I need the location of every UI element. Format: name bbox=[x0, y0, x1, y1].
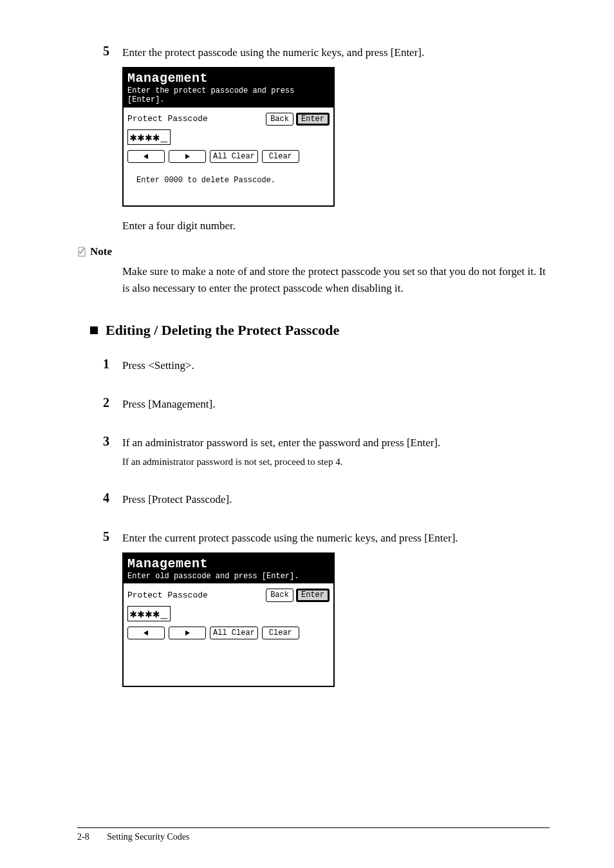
section-heading-row: Editing / Deleting the Protect Passcode bbox=[90, 322, 550, 339]
svg-marker-1 bbox=[185, 154, 190, 159]
screen-body: Protect Passcode Back Enter ✱✱✱✱_ All Cl… bbox=[124, 108, 333, 206]
step-number: 1 bbox=[103, 357, 122, 372]
all-clear-button[interactable]: All Clear bbox=[210, 627, 258, 639]
note-label: Note bbox=[90, 245, 112, 258]
note-heading-row: Note bbox=[77, 245, 550, 258]
all-clear-button[interactable]: All Clear bbox=[210, 150, 258, 163]
enter-button[interactable]: Enter bbox=[296, 113, 330, 126]
passcode-label: Protect Passcode bbox=[127, 114, 208, 124]
device-screen-1: Management Enter the protect passcode an… bbox=[122, 67, 335, 207]
screen-header: Management Enter the protect passcode an… bbox=[124, 68, 333, 108]
passcode-input[interactable]: ✱✱✱✱_ bbox=[127, 129, 171, 145]
screen-subtitle: Enter old passcode and press [Enter]. bbox=[127, 572, 330, 581]
step-number: 2 bbox=[103, 395, 122, 410]
right-arrow-button[interactable] bbox=[169, 150, 206, 163]
square-bullet-icon bbox=[90, 326, 98, 334]
note-icon bbox=[77, 247, 86, 257]
step-text: If an administrator password is set, ent… bbox=[122, 435, 550, 469]
footer-title: Setting Security Codes bbox=[107, 832, 189, 842]
note-text: Make sure to make a note of and store th… bbox=[122, 263, 550, 296]
svg-marker-3 bbox=[185, 630, 190, 636]
step-text: Press [Management]. bbox=[122, 397, 550, 412]
passcode-label: Protect Passcode bbox=[127, 590, 208, 600]
step-3: 3 If an administrator password is set, e… bbox=[103, 435, 550, 469]
after-screen-note: Enter a four digit number. bbox=[122, 220, 550, 232]
screen-hint: Enter 0000 to delete Passcode. bbox=[136, 176, 330, 185]
screen-title: Management bbox=[127, 71, 330, 86]
screen-subtitle: Enter the protect passcode and press [En… bbox=[127, 86, 330, 105]
step-subtext: If an administrator password is not set,… bbox=[122, 455, 550, 469]
left-arrow-button[interactable] bbox=[127, 150, 165, 163]
svg-marker-2 bbox=[144, 630, 148, 636]
step-2: 2 Press [Management]. bbox=[103, 397, 550, 412]
step-text: Enter the current protect passcode using… bbox=[122, 531, 550, 546]
screen-body: Protect Passcode Back Enter ✱✱✱✱_ All Cl… bbox=[124, 583, 333, 686]
svg-marker-0 bbox=[144, 154, 148, 159]
step-1: 1 Press <Setting>. bbox=[103, 358, 550, 373]
screen-header: Management Enter old passcode and press … bbox=[124, 554, 333, 583]
step-number: 5 bbox=[103, 529, 122, 544]
enter-button[interactable]: Enter bbox=[296, 589, 330, 601]
screen-title: Management bbox=[127, 556, 330, 572]
back-button[interactable]: Back bbox=[266, 113, 293, 126]
step-text: Press [Protect Passcode]. bbox=[122, 492, 550, 507]
step-text: Enter the protect passcode using the num… bbox=[122, 45, 550, 61]
step-number: 5 bbox=[103, 44, 122, 59]
clear-button[interactable]: Clear bbox=[262, 150, 299, 163]
back-button[interactable]: Back bbox=[266, 589, 293, 601]
step-5-bottom: 5 Enter the current protect passcode usi… bbox=[103, 531, 550, 546]
left-arrow-button[interactable] bbox=[127, 627, 165, 639]
page-footer: 2-8 Setting Security Codes bbox=[77, 827, 550, 842]
device-screen-2: Management Enter old passcode and press … bbox=[122, 552, 335, 687]
passcode-input[interactable]: ✱✱✱✱_ bbox=[127, 606, 171, 621]
step-4: 4 Press [Protect Passcode]. bbox=[103, 492, 550, 507]
step-number: 3 bbox=[103, 434, 122, 449]
step-number: 4 bbox=[103, 491, 122, 505]
step-text: Press <Setting>. bbox=[122, 358, 550, 373]
right-arrow-button[interactable] bbox=[169, 627, 206, 639]
page-number: 2-8 bbox=[77, 832, 89, 842]
step-5-top: 5 Enter the protect passcode using the n… bbox=[103, 45, 550, 61]
section-heading: Editing / Deleting the Protect Passcode bbox=[106, 322, 339, 339]
clear-button[interactable]: Clear bbox=[262, 627, 299, 639]
